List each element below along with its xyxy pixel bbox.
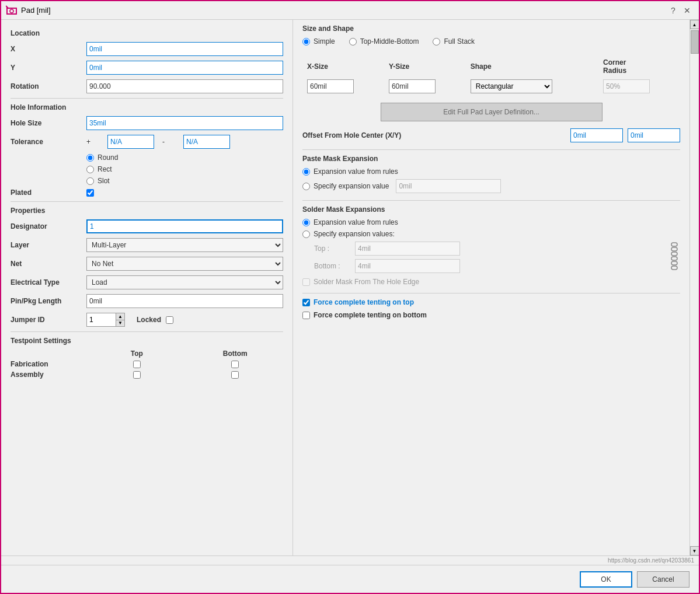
paste-from-rules-row: Expansion value from rules	[302, 167, 680, 176]
cancel-button[interactable]: Cancel	[637, 571, 689, 588]
y-label: Y	[11, 64, 86, 72]
solder-specify-row: Specify expansion values:	[302, 230, 680, 238]
fabrication-top-checkbox[interactable]	[133, 361, 141, 368]
locked-label: Locked	[137, 316, 161, 324]
spinbox-up-button[interactable]: ▲	[116, 313, 125, 320]
left-panel: Location X Y Rotation Hole Information	[1, 20, 293, 555]
size-shape-header: Size and Shape	[302, 25, 680, 33]
x-input[interactable]	[86, 42, 283, 56]
tmb-label: Top-Middle-Bottom	[360, 37, 419, 46]
ok-button[interactable]: OK	[580, 571, 632, 588]
solder-top-label: Top :	[314, 244, 355, 253]
full-stack-radio-row: Full Stack	[433, 37, 475, 46]
rotation-label: Rotation	[11, 82, 86, 90]
y-size-input[interactable]	[389, 79, 436, 93]
assembly-label: Assembly	[11, 371, 86, 379]
layer-select[interactable]: Multi-Layer	[86, 238, 283, 252]
paste-specify-input[interactable]	[396, 179, 501, 193]
tmb-radio-row: Top-Middle-Bottom	[349, 37, 419, 46]
assembly-bottom-checkbox[interactable]	[231, 371, 239, 379]
layer-label: Layer	[11, 241, 86, 249]
assembly-top-checkbox[interactable]	[133, 371, 141, 379]
solder-from-hole-row: Solder Mask From The Hole Edge	[302, 278, 680, 286]
chain-svg	[668, 242, 680, 271]
plated-checkbox[interactable]	[86, 189, 94, 197]
round-radio-row: Round	[86, 153, 283, 162]
scroll-down-button[interactable]: ▼	[690, 546, 699, 555]
solder-inputs: Top : Bottom :	[314, 242, 664, 273]
offset-y-input[interactable]	[628, 128, 680, 142]
designator-input[interactable]	[86, 219, 283, 233]
scroll-up-button[interactable]: ▲	[690, 20, 699, 29]
spinbox-down-button[interactable]: ▼	[116, 320, 125, 327]
solder-from-rules-row: Expansion value from rules	[302, 218, 680, 226]
shape-column-header: Shape	[466, 56, 598, 77]
rect-radio[interactable]	[86, 166, 94, 173]
window-title: Pad [mil]	[21, 6, 666, 15]
force-tenting-bottom-label: Force complete tenting on bottom	[314, 311, 427, 319]
round-radio[interactable]	[86, 154, 94, 162]
top-middle-bottom-radio[interactable]	[349, 38, 357, 46]
solder-bottom-input[interactable]	[355, 259, 460, 273]
close-button[interactable]: ✕	[680, 4, 694, 18]
fabrication-top-cell	[89, 361, 185, 368]
paste-specify-radio[interactable]	[302, 183, 310, 190]
paste-from-rules-radio[interactable]	[302, 168, 310, 176]
testpoint-grid-header: Top Bottom	[11, 350, 283, 358]
shape-select[interactable]: Rectangular Round Oval	[471, 79, 552, 93]
bottom-column-header: Bottom	[187, 350, 284, 358]
solder-specify-radio[interactable]	[302, 230, 310, 238]
solder-from-rules-label: Expansion value from rules	[314, 218, 398, 226]
full-stack-radio[interactable]	[433, 38, 440, 46]
electrical-type-row: Electrical Type Load	[11, 275, 283, 289]
force-tenting-bottom-row: Force complete tenting on bottom	[302, 311, 680, 319]
paste-mask-section: Paste Mask Expansion Expansion value fro…	[302, 155, 680, 193]
fabrication-label: Fabrication	[11, 360, 86, 368]
locked-checkbox[interactable]	[166, 316, 173, 324]
offset-x-input[interactable]	[570, 128, 623, 142]
simple-radio-row: Simple	[302, 37, 335, 46]
chain-icon	[668, 242, 680, 271]
rotation-input[interactable]	[86, 79, 283, 93]
url-bar: https://blog.csdn.net/qn42033861	[1, 556, 699, 565]
main-window: Pad [mil] ? ✕ Location X Y Rotation	[0, 0, 700, 594]
content-area: Location X Y Rotation Hole Information	[1, 20, 699, 555]
electrical-type-select[interactable]: Load	[86, 275, 283, 289]
offset-label: Offset From Hole Center (X/Y)	[302, 131, 566, 139]
hole-size-label: Hole Size	[11, 119, 86, 127]
paste-mask-header: Paste Mask Expansion	[302, 155, 680, 163]
simple-radio[interactable]	[302, 38, 310, 46]
jumper-row: Jumper ID ▲ ▼ Locked	[11, 313, 283, 327]
jumper-spinbox: ▲ ▼	[86, 313, 125, 327]
help-button[interactable]: ?	[666, 4, 680, 18]
svg-point-1	[10, 9, 13, 13]
force-tenting-top-checkbox[interactable]	[302, 299, 310, 306]
slot-radio[interactable]	[86, 177, 94, 185]
tolerance-minus-input[interactable]	[183, 135, 230, 149]
solder-top-input[interactable]	[355, 242, 460, 256]
net-select[interactable]: No Net	[86, 257, 283, 271]
size-shape-section: Size and Shape Simple Top-Middle-Bottom	[302, 25, 680, 121]
force-tenting-bottom-checkbox[interactable]	[302, 312, 310, 319]
edit-pad-layer-button[interactable]: Edit Full Pad Layer Definition...	[381, 103, 603, 121]
top-column-header: Top	[89, 350, 185, 358]
solder-top-row: Top :	[314, 242, 664, 256]
net-label: Net	[11, 260, 86, 268]
net-row: Net No Net	[11, 257, 283, 271]
hole-size-input[interactable]	[86, 116, 283, 130]
x-size-cell	[302, 77, 384, 96]
solder-from-hole-checkbox[interactable]	[302, 278, 310, 286]
tolerance-plus-input[interactable]	[107, 135, 154, 149]
corner-radius-input	[603, 79, 650, 93]
y-input[interactable]	[86, 61, 283, 75]
assembly-bottom-cell	[187, 371, 284, 379]
scroll-thumb[interactable]	[691, 30, 699, 54]
solder-bottom-row: Bottom :	[314, 259, 664, 273]
jumper-id-input[interactable]	[86, 313, 116, 327]
shape-cell: Rectangular Round Oval	[466, 77, 598, 96]
x-size-input[interactable]	[307, 79, 354, 93]
rect-label: Rect	[97, 165, 112, 173]
solder-from-rules-radio[interactable]	[302, 219, 310, 226]
fabrication-bottom-checkbox[interactable]	[231, 361, 239, 368]
pin-pkg-input[interactable]	[86, 294, 283, 308]
